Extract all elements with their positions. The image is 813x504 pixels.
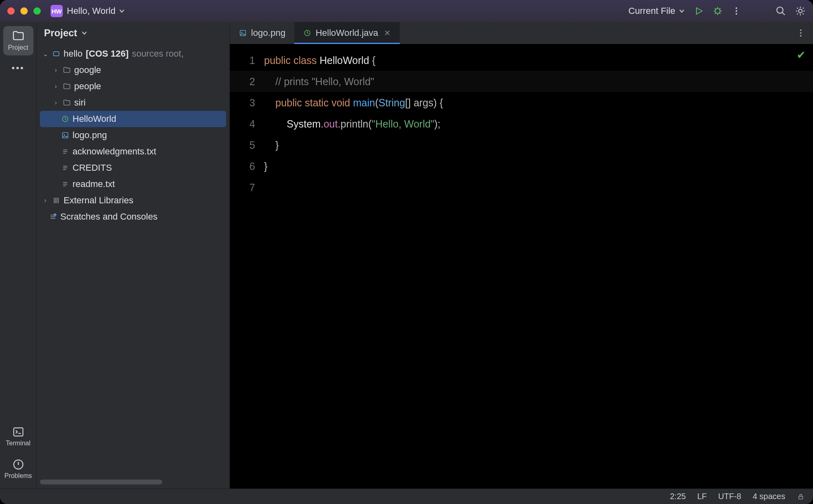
tree-item-label: CREDITS: [73, 163, 112, 173]
titlebar: HW Hello, World Current File: [0, 0, 813, 22]
inspection-ok-icon[interactable]: ✔: [797, 49, 806, 62]
svg-point-18: [800, 35, 802, 37]
chevron-right-icon: ›: [42, 197, 49, 204]
tree-root-hint: sources root,: [132, 48, 184, 59]
debug-icon[interactable]: [713, 6, 723, 16]
status-encoding[interactable]: UTF-8: [718, 492, 741, 501]
image-icon: [61, 131, 69, 139]
library-icon: [52, 196, 60, 205]
code-area[interactable]: ✔ 1 2 3 4 5 6 7 public class HelloWorld …: [230, 44, 813, 489]
line-number: 1: [230, 50, 255, 71]
terminal-tool-button[interactable]: Terminal: [3, 423, 33, 451]
tree-folder[interactable]: › siri: [40, 95, 226, 111]
tree-file-image[interactable]: logo.png: [40, 127, 226, 143]
search-icon[interactable]: [776, 6, 786, 16]
chevron-right-icon: ›: [52, 66, 59, 74]
tab-label: HelloWorld.java: [315, 28, 378, 38]
tool-label: Project: [8, 44, 29, 51]
problems-icon: [12, 458, 24, 471]
zoom-window-button[interactable]: [33, 7, 41, 15]
chevron-right-icon: ›: [52, 83, 59, 90]
tree-file-java[interactable]: HelloWorld: [40, 111, 226, 127]
more-tools-button[interactable]: •••: [7, 59, 29, 77]
editor-tab-active[interactable]: HelloWorld.java ✕: [294, 22, 400, 44]
tree-item-label: HelloWorld: [73, 114, 116, 124]
editor-area: logo.png HelloWorld.java ✕ ✔ 1: [230, 22, 813, 489]
text-file-icon: [61, 147, 69, 156]
chevron-down-icon: [81, 30, 88, 36]
tree-item-label: External Libraries: [64, 195, 133, 206]
chevron-down-icon[interactable]: [119, 8, 125, 14]
problems-tool-button[interactable]: Problems: [3, 455, 33, 484]
project-badge: HW: [51, 5, 63, 17]
horizontal-scrollbar[interactable]: [40, 480, 162, 484]
project-panel-header[interactable]: Project: [37, 22, 229, 44]
tree-item-label: google: [74, 65, 101, 75]
folder-icon: [12, 29, 25, 42]
status-indent[interactable]: 4 spaces: [753, 492, 785, 501]
java-class-icon: [61, 115, 69, 123]
project-tool-button[interactable]: Project: [3, 26, 33, 55]
chevron-down-icon: ⌄: [42, 50, 49, 58]
tree-item-label: acknowledgments.txt: [73, 146, 156, 157]
svg-point-2: [736, 10, 737, 12]
svg-point-16: [800, 29, 802, 31]
tree-folder[interactable]: › google: [40, 62, 226, 78]
svg-point-5: [799, 9, 802, 13]
line-number: 7: [230, 177, 255, 198]
close-window-button[interactable]: [7, 7, 15, 15]
more-icon[interactable]: [731, 6, 741, 16]
more-icon[interactable]: [796, 28, 806, 38]
project-tree[interactable]: ⌄ hello [COS 126] sources root, › google…: [37, 44, 229, 477]
svg-point-11: [64, 134, 65, 135]
minimize-window-button[interactable]: [20, 7, 28, 15]
tool-label: Terminal: [6, 440, 30, 447]
tree-item-label: siri: [74, 97, 86, 108]
text-file-icon: [61, 180, 69, 188]
folder-icon: [63, 99, 71, 107]
chevron-right-icon: ›: [52, 99, 59, 106]
close-icon[interactable]: ✕: [384, 28, 391, 38]
scratch-icon: [49, 213, 57, 221]
tree-root[interactable]: ⌄ hello [COS 126] sources root,: [40, 46, 226, 62]
tree-file-text[interactable]: CREDITS: [40, 160, 226, 176]
svg-rect-19: [799, 496, 803, 499]
project-panel: Project ⌄ hello [COS 126] sources root, …: [37, 22, 230, 489]
editor-tabs: logo.png HelloWorld.java ✕: [230, 22, 813, 44]
run-config-label: Current File: [628, 6, 675, 16]
module-icon: [52, 50, 60, 58]
tree-file-text[interactable]: readme.txt: [40, 176, 226, 192]
line-number: 5: [230, 134, 255, 156]
java-class-icon: [303, 29, 311, 37]
gear-icon[interactable]: [795, 6, 806, 16]
gutter[interactable]: 1 2 3 4 5 6 7: [230, 44, 260, 489]
tree-file-text[interactable]: acknowledgments.txt: [40, 143, 226, 160]
folder-icon: [63, 82, 71, 90]
left-toolstrip: Project ••• Terminal Problems: [0, 22, 37, 489]
text-file-icon: [61, 164, 69, 172]
line-number: 2: [230, 71, 255, 92]
lock-icon[interactable]: [797, 493, 805, 501]
status-bar: 2:25 LF UTF-8 4 spaces: [0, 489, 813, 504]
tree-external-libs[interactable]: › External Libraries: [40, 192, 226, 209]
image-icon: [239, 29, 247, 37]
svg-rect-6: [13, 428, 23, 436]
run-config-selector[interactable]: Current File: [628, 6, 685, 16]
tree-root-tag: [COS 126]: [86, 48, 128, 59]
tree-item-label: people: [74, 81, 101, 92]
svg-point-14: [241, 32, 242, 33]
project-name[interactable]: Hello, World: [67, 6, 115, 16]
run-icon[interactable]: [694, 6, 704, 16]
code-content[interactable]: public class HelloWorld { // prints "Hel…: [260, 44, 813, 489]
status-line-ending[interactable]: LF: [697, 492, 707, 501]
status-cursor-pos[interactable]: 2:25: [670, 492, 686, 501]
ide-window: HW Hello, World Current File: [0, 0, 813, 504]
line-number: 3: [230, 92, 255, 113]
tree-folder[interactable]: › people: [40, 78, 226, 95]
window-controls: [7, 7, 41, 15]
chevron-down-icon: [679, 8, 685, 14]
editor-tab[interactable]: logo.png: [230, 22, 294, 44]
tree-scratches[interactable]: Scratches and Consoles: [40, 209, 226, 225]
tree-item-label: Scratches and Consoles: [60, 211, 157, 222]
svg-point-4: [777, 7, 783, 13]
